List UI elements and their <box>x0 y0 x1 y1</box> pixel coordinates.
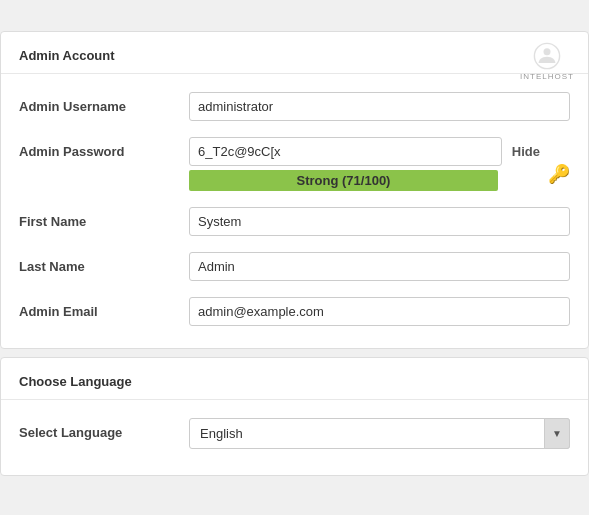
username-input[interactable] <box>189 92 570 121</box>
password-field-area: Hide Strong (71/100) <box>189 137 542 191</box>
select-language-row: Select Language English Spanish French G… <box>19 410 570 457</box>
admin-section-title: Admin Account <box>1 32 588 74</box>
password-input[interactable] <box>189 137 502 166</box>
language-title-text: Choose Language <box>19 374 132 389</box>
hide-password-button[interactable]: Hide <box>510 140 542 163</box>
password-input-wrapper: Hide <box>189 137 542 166</box>
firstname-input[interactable] <box>189 207 570 236</box>
username-row: Admin Username <box>19 84 570 129</box>
svg-point-0 <box>534 43 559 68</box>
firstname-label: First Name <box>19 207 189 229</box>
language-select[interactable]: English Spanish French German Chinese <box>189 418 570 449</box>
language-section: Choose Language Select Language English … <box>0 357 589 476</box>
intelhost-logo-icon <box>533 42 561 70</box>
page-container: Admin Account INTELHOST Admin Username A… <box>0 31 589 484</box>
password-strength-bar: Strong (71/100) <box>189 170 498 191</box>
admin-section-body: Admin Username Admin Password Hide <box>1 74 588 348</box>
firstname-row: First Name <box>19 199 570 244</box>
intelhost-logo: INTELHOST <box>520 42 574 81</box>
email-input[interactable] <box>189 297 570 326</box>
lastname-row: Last Name <box>19 244 570 289</box>
email-label: Admin Email <box>19 297 189 319</box>
language-section-title: Choose Language <box>1 358 588 400</box>
email-field <box>189 297 570 326</box>
logo-text: INTELHOST <box>520 72 574 81</box>
password-row: Admin Password Hide Strong (71/100) <box>19 129 570 199</box>
strength-text: Strong (71/100) <box>297 173 391 188</box>
lastname-label: Last Name <box>19 252 189 274</box>
email-row: Admin Email <box>19 289 570 334</box>
admin-account-section: Admin Account INTELHOST Admin Username A… <box>0 31 589 349</box>
username-field <box>189 92 570 121</box>
admin-title-text: Admin Account <box>19 48 115 63</box>
language-section-body: Select Language English Spanish French G… <box>1 400 588 475</box>
lastname-field <box>189 252 570 281</box>
select-language-label: Select Language <box>19 418 189 440</box>
username-label: Admin Username <box>19 92 189 114</box>
firstname-field <box>189 207 570 236</box>
select-wrapper: English Spanish French German Chinese ▼ <box>189 418 570 449</box>
password-strength-bar-container: Strong (71/100) <box>189 170 498 191</box>
svg-point-1 <box>544 48 551 55</box>
lastname-input[interactable] <box>189 252 570 281</box>
password-label: Admin Password <box>19 137 189 159</box>
key-icon[interactable]: 🔑 <box>548 163 570 185</box>
